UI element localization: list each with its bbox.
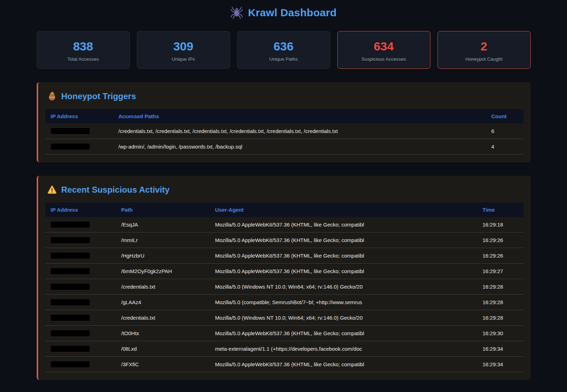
time-cell: 16:29:26 [477,248,524,263]
activity-table-row: /tO0Htx Mozilla/5.0 AppleWebKit/537.36 (… [45,325,524,341]
ip-cell [45,248,116,263]
path-cell: /EsqJA [116,217,210,233]
time-cell: 16:29:28 [477,294,524,310]
activity-table-row: /0ltLxd meta-externalagent/1.1 (+https:/… [45,341,524,356]
path-cell: /mmILr [116,232,210,248]
time-cell: 16:29:28 [477,279,524,294]
user-agent-cell: Mozilla/5.0 AppleWebKit/537.36 (KHTML, l… [210,325,477,341]
redacted-ip-bar [51,346,90,352]
warning-icon [47,185,57,194]
path-cell: /HgHzbrU [116,248,210,263]
activity-table-row: /credentials.txt Mozilla/5.0 (Windows NT… [45,279,524,294]
paths-cell: /wp-admin/, /admin/login, /passwords.txt… [113,139,486,154]
path-cell: /gLAAz4 [116,294,210,310]
user-agent-cell: Mozilla/5.0 (compatible; SemrushBot/7~bl… [210,294,477,310]
stat-label: Unique IPs [140,56,227,62]
page-title: Krawl Dashboard [248,7,337,19]
col-header-accessed-paths: Accessed Paths [113,109,486,123]
stat-card-suspicious-accesses: 634 Suspicious Accesses [337,31,430,69]
section-title-honeypot: Honeypot Triggers [61,91,136,101]
col-header-ip-address: IP Address [45,203,116,217]
stats-row: 838 Total Accesses 309 Unique IPs 636 Un… [37,31,531,69]
stat-label: Total Accesses [40,56,127,62]
path-cell: /credentials.txt [116,279,210,294]
stat-card-honeypot-caught: 2 Honeypot Caught [438,31,531,69]
ip-cell [45,356,116,372]
stat-label: Suspicious Accesses [340,56,427,62]
activity-table: IP Address Path User-Agent Time /EsqJA M… [45,203,524,372]
stat-label: Honeypot Caught [441,56,527,62]
activity-table-row: /3FXfiC Mozilla/5.0 AppleWebKit/537.36 (… [45,356,524,372]
user-agent-cell: Mozilla/5.0 AppleWebKit/537.36 (KHTML, l… [210,356,477,372]
honeypot-header-row: IP Address Accessed Paths Count [45,109,524,123]
redacted-ip-bar [51,144,90,150]
path-cell: /tO0Htx [116,325,210,341]
user-agent-cell: Mozilla/5.0 AppleWebKit/537.36 (KHTML, l… [210,217,477,233]
page-container: Krawl Dashboard 838 Total Accesses 309 U… [37,0,531,380]
ip-cell [45,325,116,341]
honey-pot-icon [47,91,57,101]
time-cell: 16:29:27 [477,263,524,279]
activity-header-row: IP Address Path User-Agent Time [45,203,524,217]
user-agent-cell: Mozilla/5.0 (Windows NT 10.0; Win64; x64… [210,279,477,294]
stat-value: 636 [240,39,327,54]
spider-icon [230,6,243,19]
ip-cell [45,217,116,233]
path-cell: /0ltLxd [116,341,210,356]
col-header-time: Time [477,203,524,217]
count-cell: 6 [486,123,524,139]
honeypot-table-row: /credentials.txt, /credentials.txt, /cre… [45,123,524,139]
ip-cell [45,310,116,325]
time-cell: 16:29:18 [477,217,524,233]
stat-card-total-accesses: 838 Total Accesses [37,31,130,69]
redacted-ip-bar [51,222,90,228]
ip-cell [45,263,116,279]
stat-card-unique-ips: 309 Unique IPs [137,31,230,69]
honeypot-triggers-section: Honeypot Triggers IP Address Accessed Pa… [37,82,531,162]
redacted-ip-bar [51,268,90,274]
ip-cell [45,341,116,356]
col-header-user-agent: User-Agent [210,203,477,217]
activity-table-row: /credentials.txt Mozilla/5.0 (Windows NT… [45,310,524,325]
count-cell: 4 [486,139,524,154]
user-agent-cell: meta-externalagent/1.1 (+https://develop… [210,341,477,356]
suspicious-activity-section: Recent Suspicious Activity IP Address Pa… [37,176,531,380]
honeypot-section-header: Honeypot Triggers [47,91,524,101]
stat-value: 309 [140,39,227,54]
stat-card-unique-paths: 636 Unique Paths [237,31,330,69]
redacted-ip-bar [51,284,90,290]
redacted-ip-bar [51,299,90,305]
path-cell: /6mM2OyF0gk2zPAH [116,263,210,279]
stat-value: 2 [441,39,527,54]
col-header-path: Path [116,203,210,217]
redacted-ip-bar [51,237,90,243]
col-header-count: Count [486,109,524,123]
redacted-ip-bar [51,315,90,321]
time-cell: 16:29:26 [477,232,524,248]
honeypot-table: IP Address Accessed Paths Count /credent… [45,109,524,155]
app-header: Krawl Dashboard [37,6,531,19]
user-agent-cell: Mozilla/5.0 AppleWebKit/537.36 (KHTML, l… [210,248,477,263]
activity-table-row: /gLAAz4 Mozilla/5.0 (compatible; Semrush… [45,294,524,310]
ip-cell [45,279,116,294]
activity-table-row: /EsqJA Mozilla/5.0 AppleWebKit/537.36 (K… [45,217,524,233]
path-cell: /3FXfiC [116,356,210,372]
paths-cell: /credentials.txt, /credentials.txt, /cre… [113,123,486,139]
ip-cell [45,123,113,139]
user-agent-cell: Mozilla/5.0 (Windows NT 10.0; Win64; x64… [210,310,477,325]
ip-cell [45,139,113,154]
col-header-ip-address: IP Address [45,109,113,123]
section-title-activity: Recent Suspicious Activity [61,185,170,195]
honeypot-table-row: /wp-admin/, /admin/login, /passwords.txt… [45,139,524,154]
redacted-ip-bar [51,361,90,367]
ip-cell [45,232,116,248]
time-cell: 16:29:34 [477,341,524,356]
activity-table-row: /HgHzbrU Mozilla/5.0 AppleWebKit/537.36 … [45,248,524,263]
stat-label: Unique Paths [240,56,327,62]
stat-value: 838 [40,39,127,54]
redacted-ip-bar [51,330,90,336]
path-cell: /credentials.txt [116,310,210,325]
ip-cell [45,294,116,310]
time-cell: 16:29:28 [477,310,524,325]
activity-table-row: /mmILr Mozilla/5.0 AppleWebKit/537.36 (K… [45,232,524,248]
